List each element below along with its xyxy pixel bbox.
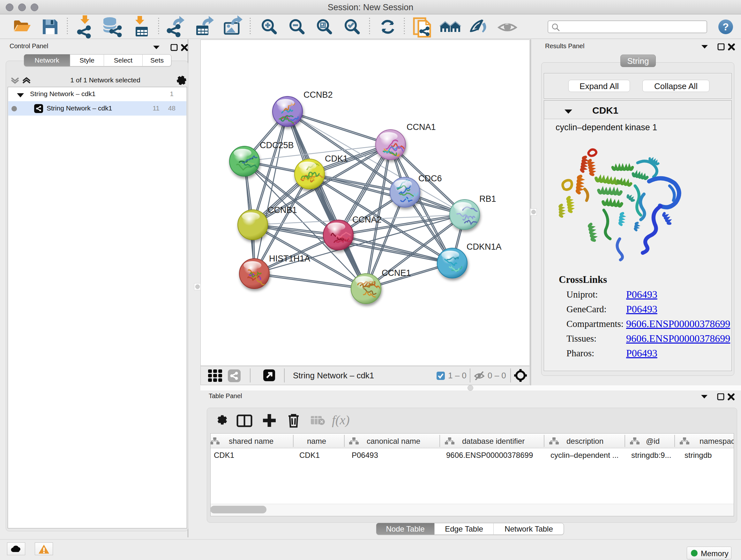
svg-text:CCNA2: CCNA2 [352, 215, 382, 225]
svg-text:canonical name: canonical name [367, 437, 420, 445]
svg-text:CCNB1: CCNB1 [268, 205, 297, 215]
svg-text:CDC6: CDC6 [418, 174, 442, 183]
svg-text:name: name [307, 437, 326, 445]
svg-text:@id: @id [646, 437, 660, 445]
svg-text:CDKN1A: CDKN1A [467, 242, 502, 252]
svg-text:CDC25B: CDC25B [260, 140, 294, 150]
svg-text:CCNA1: CCNA1 [407, 122, 436, 132]
svg-text:1 – 0: 1 – 0 [448, 371, 467, 380]
svg-text:CDK1: CDK1 [325, 154, 348, 164]
svg-text:0 – 0: 0 – 0 [488, 371, 506, 380]
svg-text:f(x): f(x) [332, 413, 350, 427]
svg-text:description: description [566, 437, 603, 445]
svg-text:String Network – cdk1: String Network – cdk1 [293, 371, 374, 380]
svg-text:CCNE1: CCNE1 [382, 268, 411, 278]
svg-text:HIST1H1A: HIST1H1A [269, 254, 310, 263]
svg-text:RB1: RB1 [479, 194, 496, 204]
svg-text:shared name: shared name [229, 437, 273, 445]
svg-text:CCNB2: CCNB2 [304, 90, 333, 100]
svg-text:namespac: namespac [699, 437, 734, 445]
svg-text:database identifier: database identifier [462, 437, 525, 445]
